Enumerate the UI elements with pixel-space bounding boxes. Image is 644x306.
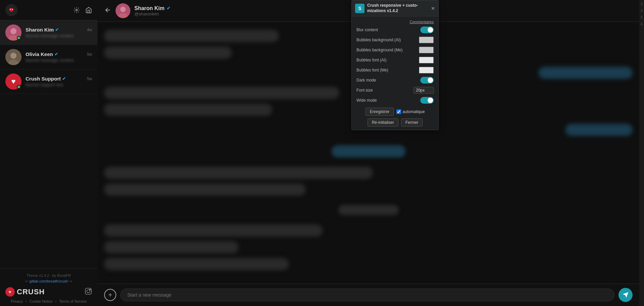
- bubbles-font-me-color[interactable]: [419, 67, 434, 73]
- chat-input-area: +: [97, 284, 639, 306]
- wide-mode-label: Wide mode: [356, 98, 418, 103]
- settings-icon-button[interactable]: [73, 7, 80, 13]
- message-bubble: [104, 224, 323, 237]
- message-bubble-mine: [539, 67, 633, 79]
- svg-point-14: [120, 7, 126, 12]
- header-avatar: [116, 3, 130, 18]
- footer-tos-link[interactable]: Terms of Service: [59, 299, 87, 303]
- popup-row-bubbles-font-me: Bubbles font (Me): [356, 67, 434, 73]
- avatar-wrapper-crush: ♥: [5, 73, 22, 90]
- blur-content-toggle[interactable]: [420, 27, 434, 33]
- footer-privacy-link[interactable]: Privacy: [11, 299, 23, 303]
- font-size-input[interactable]: [414, 87, 434, 94]
- right-panel: 3 4 5 6: [639, 0, 644, 306]
- conversation-item-crush-support[interactable]: ♥ Crush Support ✔ 5w blurred support tex…: [0, 69, 97, 94]
- reset-button[interactable]: Ré-initialiser: [368, 118, 398, 126]
- popup-title: Crush responsive + custo-mizations v1.4.…: [367, 3, 428, 13]
- date-label: [338, 205, 399, 215]
- footer-cookie-link[interactable]: Cookie Notice: [30, 299, 52, 303]
- conv-name-sharon: Sharon Kim ✔: [26, 27, 59, 33]
- send-button[interactable]: [618, 288, 633, 302]
- conv-info-sharon: Sharon Kim ✔ 4w blurred message content: [26, 27, 92, 38]
- avatar-olivia: [5, 49, 22, 65]
- svg-point-12: [90, 289, 91, 290]
- message-bubble-mine: [565, 124, 633, 136]
- dark-mode-toggle[interactable]: [420, 77, 434, 84]
- conv-preview-olivia: blurred message content: [26, 58, 92, 63]
- conv-info-crush: Crush Support ✔ 5w blurred support text: [26, 76, 92, 87]
- message-bubble: [104, 184, 306, 196]
- svg-point-8: [10, 53, 16, 59]
- conversation-item-sharon-kim[interactable]: Sharon Kim ✔ 4w blurred message content: [0, 20, 97, 45]
- crush-brand: ♥ CRUSH: [5, 287, 92, 297]
- back-button[interactable]: [104, 6, 112, 15]
- bubbles-bg-me-label: Bubbles background (Me): [356, 48, 416, 52]
- toggle-knob-dark: [428, 78, 433, 83]
- blur-content-label: Blur content: [356, 28, 418, 32]
- avatar-wrapper-olivia: [5, 49, 22, 65]
- app-logo: [5, 4, 17, 16]
- sidebar-icons: [73, 7, 92, 13]
- popup-row-font-size: Font size: [356, 87, 434, 94]
- sidebar-header: [0, 0, 97, 20]
- svg-point-3: [76, 9, 78, 11]
- theme-refresh-icon: ↩: [25, 279, 28, 283]
- message-group-4: [104, 223, 633, 271]
- theme-link[interactable]: gitlab.com/breatfr/crush: [30, 279, 68, 283]
- message-bubble: [104, 30, 279, 42]
- svg-point-11: [87, 290, 90, 293]
- popup-row-blur-content: Blur content: [356, 27, 434, 33]
- message-bubble: [104, 87, 339, 99]
- crush-heart-icon: ♥: [5, 287, 15, 297]
- popup-actions: Enregistrer automatique Ré-initialiser F…: [356, 108, 434, 126]
- conv-time-olivia: 5w: [87, 52, 92, 57]
- theme-info: Theme v1.4.2 · by BreatFR ↩ gitlab.com/b…: [5, 273, 92, 285]
- auto-label[interactable]: automatique: [396, 109, 425, 114]
- message-bubble: [104, 47, 232, 59]
- theme-line1: Theme v1.4.2 · by BreatFR: [27, 273, 71, 277]
- toggle-knob-wide: [428, 98, 433, 103]
- bubbles-bg-ai-color[interactable]: [419, 37, 434, 43]
- conv-time-crush: 5w: [87, 76, 92, 81]
- popup-close-button[interactable]: ✕: [431, 6, 435, 11]
- home-icon-button[interactable]: [85, 7, 92, 13]
- message-group-3: [104, 165, 633, 197]
- conv-time-sharon: 4w: [87, 28, 92, 32]
- verified-badge-olivia: ✔: [54, 52, 58, 57]
- close-button[interactable]: Fermer: [401, 118, 423, 126]
- settings-popup: S Crush responsive + custo-mizations v1.…: [351, 0, 439, 130]
- sidebar-footer: Theme v1.4.2 · by BreatFR ↩ gitlab.com/b…: [0, 268, 97, 306]
- verified-badge-sharon: ✔: [55, 27, 59, 32]
- bubbles-bg-me-color[interactable]: [419, 47, 434, 53]
- conv-name-row-sharon: Sharon Kim ✔ 4w: [26, 27, 92, 33]
- wide-mode-toggle[interactable]: [420, 97, 434, 104]
- conv-name-crush: Crush Support ✔: [26, 76, 66, 82]
- date-divider: [332, 145, 405, 157]
- dark-mode-label: Dark mode: [356, 78, 418, 83]
- conv-name-row-crush: Crush Support ✔ 5w: [26, 76, 92, 82]
- conv-info-olivia: Olivia Keen ✔ 5w blurred message content: [26, 51, 92, 63]
- popup-comments-link-row: Commentaires: [356, 20, 434, 24]
- message-bubble: [104, 258, 289, 270]
- footer-links: Privacy • Cookie Notice • Terms of Servi…: [5, 299, 92, 303]
- add-attachment-button[interactable]: +: [104, 289, 116, 301]
- popup-content: Commentaires Blur content Bubbles backgr…: [352, 16, 438, 130]
- instagram-icon[interactable]: [85, 288, 92, 297]
- popup-titlebar: S Crush responsive + custo-mizations v1.…: [352, 0, 438, 16]
- popup-row-dark-mode: Dark mode: [356, 77, 434, 84]
- header-verified-badge: ✔: [167, 6, 170, 11]
- comments-link[interactable]: Commentaires: [410, 20, 434, 24]
- bubbles-font-ai-label: Bubbles font (AI): [356, 58, 416, 62]
- message-bubble: [104, 104, 272, 116]
- popup-row-bubbles-font-ai: Bubbles font (AI): [356, 57, 434, 63]
- save-button[interactable]: Enregistrer: [366, 108, 394, 116]
- conv-name-olivia: Olivia Keen ✔: [26, 51, 58, 57]
- panel-num-4: 4: [641, 8, 643, 14]
- bubbles-font-me-label: Bubbles font (Me): [356, 68, 416, 72]
- message-input[interactable]: [120, 289, 614, 301]
- auto-checkbox[interactable]: [396, 109, 401, 114]
- panel-num-6: 6: [641, 21, 643, 28]
- conversation-item-olivia-keen[interactable]: Olivia Keen ✔ 5w blurred message content: [0, 45, 97, 69]
- bubbles-font-ai-color[interactable]: [419, 57, 434, 63]
- font-size-label: Font size: [356, 88, 411, 93]
